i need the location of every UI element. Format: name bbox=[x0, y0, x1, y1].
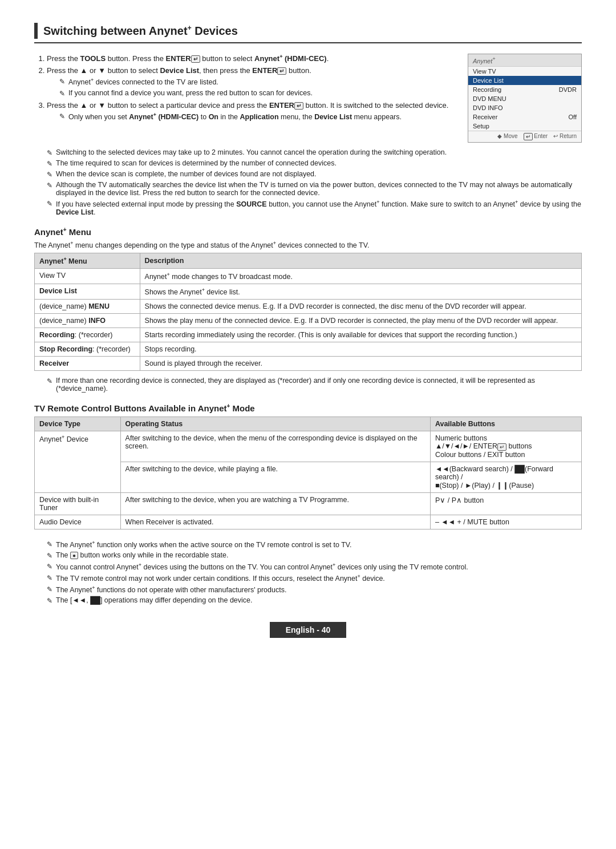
page-title-section: Switching between Anynet+ Devices bbox=[34, 23, 582, 43]
anynet-menu-title: Anynet+ Menu bbox=[34, 227, 582, 237]
note-icon: ✎ bbox=[47, 552, 52, 560]
gen-note-5: ✎ If you have selected external input mo… bbox=[47, 199, 582, 216]
note-icon: ✎ bbox=[47, 563, 52, 571]
note-icon: ✎ bbox=[47, 160, 52, 168]
menu-desc-devmenu: Shows the connected device menus. E.g. I… bbox=[140, 300, 581, 314]
bottom-note-6: ✎ The [◄◄, ██] operations may differ dep… bbox=[47, 596, 582, 605]
gen-note-2: ✎ The time required to scan for devices … bbox=[47, 159, 582, 168]
step-2: Press the ▲ or ▼ button to select Device… bbox=[47, 66, 457, 97]
table-row: (device_name) INFO Shows the play menu o… bbox=[35, 314, 582, 328]
col-header-menu: Anynet+ Menu bbox=[35, 253, 140, 268]
anynet-menu-table: Anynet+ Menu Description View TV Anynet+… bbox=[34, 253, 582, 371]
note-text: If you cannot find a device you want, pr… bbox=[68, 89, 457, 97]
note-icon: ✎ bbox=[47, 149, 52, 157]
gen-note-1: ✎ Switching to the selected devices may … bbox=[47, 148, 582, 157]
status-anynet-2: After switching to the device, while pla… bbox=[120, 462, 430, 492]
note-icon: ✎ bbox=[47, 200, 52, 208]
bottom-note-1: ✎ The Anynet+ function only works when t… bbox=[47, 540, 582, 549]
tv-remote-title: TV Remote Control Buttons Available in A… bbox=[34, 403, 582, 413]
note-icon: ✎ bbox=[47, 597, 52, 605]
title-bar-decoration bbox=[34, 23, 38, 39]
bottom-note-2: ✎ The ● button works only while in the r… bbox=[47, 551, 582, 560]
note-icon: ✎ bbox=[47, 171, 52, 179]
buttons-anynet-2: ◄◄(Backward search) / ██(Forward search)… bbox=[430, 462, 581, 492]
note-icon: ✎ bbox=[47, 540, 52, 548]
tv-remote-table: Device Type Operating Status Available B… bbox=[34, 417, 582, 529]
top-section: Press the TOOLS button. Press the ENTER↵… bbox=[34, 54, 582, 143]
steps-section: Press the TOOLS button. Press the ENTER↵… bbox=[34, 54, 457, 143]
note-text: The TV remote control may not work under… bbox=[56, 573, 582, 583]
note-step2-2: ✎ If you cannot find a device you want, … bbox=[59, 89, 457, 98]
note-text: If you have selected external input mode… bbox=[56, 199, 582, 216]
note-icon: ✎ bbox=[59, 78, 65, 86]
menu-item-viewtv: View TV bbox=[35, 269, 140, 284]
note-step2-1: ✎ Anynet+ devices connected to the TV ar… bbox=[59, 77, 457, 86]
tv-menu-item-receiver: ReceiverOff bbox=[468, 112, 581, 122]
tv-menu-item-setup: Setup bbox=[468, 122, 581, 131]
col-header-buttons: Available Buttons bbox=[430, 417, 581, 431]
note-text: When the device scan is complete, the nu… bbox=[56, 170, 582, 178]
table-row: Recording: (*recorder) Starts recording … bbox=[35, 328, 582, 342]
note-icon: ✎ bbox=[59, 112, 65, 120]
tv-menu-item-viewtv: View TV bbox=[468, 67, 581, 76]
tv-remote-section: TV Remote Control Buttons Available in A… bbox=[34, 403, 582, 529]
note-text: The ● button works only while in the rec… bbox=[56, 551, 582, 559]
col-header-desc: Description bbox=[140, 253, 581, 268]
note-icon: ✎ bbox=[47, 377, 52, 385]
note-icon: ✎ bbox=[59, 90, 65, 98]
buttons-tuner: P∨ / P∧ button bbox=[430, 492, 581, 515]
tv-menu-item-devicelist: Device List bbox=[468, 76, 581, 85]
table-row: Audio Device When Receiver is activated.… bbox=[35, 515, 582, 529]
menu-desc-devicelist: Shows the Anynet+ device list. bbox=[140, 284, 581, 300]
menu-item-devinfo: (device_name) INFO bbox=[35, 314, 140, 328]
note-text: Although the TV automatically searches t… bbox=[56, 181, 582, 197]
device-anynet: Anynet+ Device bbox=[35, 431, 121, 492]
status-audio: When Receiver is activated. bbox=[120, 515, 430, 529]
table-row: (device_name) MENU Shows the connected d… bbox=[35, 300, 582, 314]
note-text: Switching to the selected devices may ta… bbox=[56, 148, 582, 156]
note-text: Anynet+ devices connected to the TV are … bbox=[68, 77, 457, 86]
page-title: Switching between Anynet+ Devices bbox=[43, 24, 238, 38]
tv-menu-header: Anynet+ bbox=[468, 54, 581, 67]
status-tuner: After switching to the device, when you … bbox=[120, 492, 430, 515]
note-icon: ✎ bbox=[47, 181, 52, 189]
tv-menu-box-section: Anynet+ View TV Device List RecordingDVD… bbox=[468, 54, 582, 143]
device-tuner: Device with built-in Tuner bbox=[35, 492, 121, 515]
bottom-notes-section: ✎ The Anynet+ function only works when t… bbox=[34, 540, 582, 605]
tv-menu-item-dvdmenu: DVD MENU bbox=[468, 94, 581, 103]
menu-item-devmenu: (device_name) MENU bbox=[35, 300, 140, 314]
step-3: Press the ▲ or ▼ button to select a part… bbox=[47, 101, 457, 121]
general-notes-section: ✎ Switching to the selected devices may … bbox=[34, 148, 582, 216]
anynet-menu-section: Anynet+ Menu The Anynet+ menu changes de… bbox=[34, 227, 582, 393]
menu-item-receiver: Receiver bbox=[35, 357, 140, 371]
anynet-menu-note: ✎ If more than one recording device is c… bbox=[47, 377, 582, 393]
table-row: Receiver Sound is played through the rec… bbox=[35, 357, 582, 371]
gen-note-3: ✎ When the device scan is complete, the … bbox=[47, 170, 582, 179]
table-row: Stop Recording: (*recorder) Stops record… bbox=[35, 342, 582, 357]
menu-item-recording: Recording: (*recorder) bbox=[35, 328, 140, 342]
bottom-note-4: ✎ The TV remote control may not work und… bbox=[47, 573, 582, 583]
status-anynet-1: After switching to the device, when the … bbox=[120, 431, 430, 462]
menu-item-devicelist: Device List bbox=[35, 284, 140, 300]
note-icon: ✎ bbox=[47, 574, 52, 582]
note-text: The Anynet+ functions do not operate wit… bbox=[56, 585, 582, 594]
bottom-note-3: ✎ You cannot control Anynet+ devices usi… bbox=[47, 562, 582, 571]
bottom-note-5: ✎ The Anynet+ functions do not operate w… bbox=[47, 585, 582, 594]
note-text: The [◄◄, ██] operations may differ depen… bbox=[56, 596, 582, 604]
gen-note-4: ✎ Although the TV automatically searches… bbox=[47, 181, 582, 197]
tv-menu-item-recording: RecordingDVDR bbox=[468, 85, 581, 94]
note-text: You cannot control Anynet+ devices using… bbox=[56, 562, 582, 571]
note-text: The Anynet+ function only works when the… bbox=[56, 540, 582, 549]
note-step3-1: ✎ Only when you set Anynet+ (HDMI-CEC) t… bbox=[59, 112, 457, 121]
menu-item-stoprec: Stop Recording: (*recorder) bbox=[35, 342, 140, 357]
note-text: The time required to scan for devices is… bbox=[56, 159, 582, 167]
table-row: Anynet+ Device After switching to the de… bbox=[35, 431, 582, 462]
tv-menu-item-dvdinfo: DVD INFO bbox=[468, 103, 581, 112]
anynet-menu-desc: The Anynet+ menu changes depending on th… bbox=[34, 240, 582, 249]
tv-menu-box: Anynet+ View TV Device List RecordingDVD… bbox=[468, 54, 582, 143]
page-content: Switching between Anynet+ Devices Press … bbox=[34, 23, 582, 638]
table-row: Device List Shows the Anynet+ device lis… bbox=[35, 284, 582, 300]
tv-menu-footer: ◆ Move ↵ Enter ↩ Return bbox=[468, 131, 581, 142]
note-text: If more than one recording device is con… bbox=[56, 377, 582, 393]
col-header-status: Operating Status bbox=[120, 417, 430, 431]
